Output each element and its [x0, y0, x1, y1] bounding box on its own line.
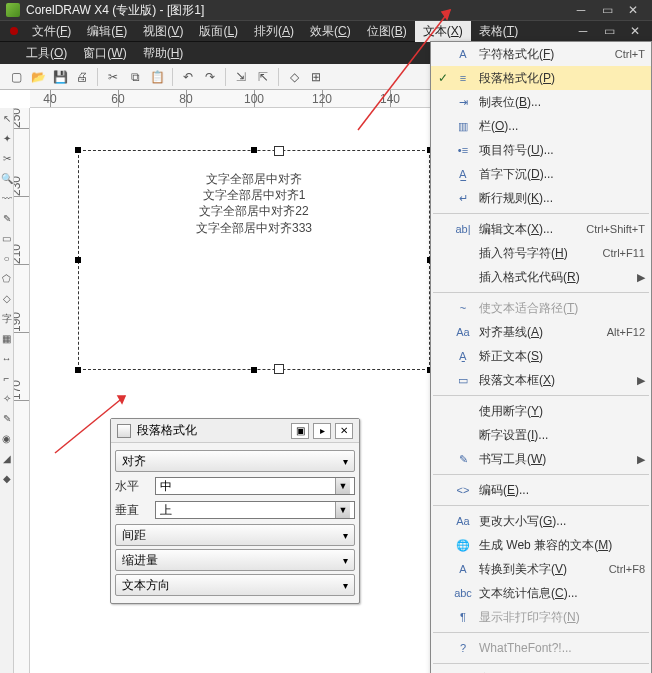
- basic-shapes-tool[interactable]: ◇: [1, 290, 13, 308]
- smart-tool[interactable]: ✎: [1, 210, 13, 228]
- menuitem-转换到美术字(V)[interactable]: A转换到美术字(V)Ctrl+F8: [431, 557, 651, 581]
- interactive-fill-tool[interactable]: ◆: [1, 470, 13, 488]
- docker-collapse[interactable]: ▣: [291, 423, 309, 439]
- maximize-button[interactable]: ▭: [594, 2, 620, 18]
- docker-menu[interactable]: ▸: [313, 423, 331, 439]
- menu2-2[interactable]: 帮助(H): [135, 43, 192, 64]
- handle-b[interactable]: [251, 367, 257, 373]
- drop-icon: A̲: [453, 166, 473, 182]
- menuitem-首字下沉(D)...[interactable]: A̲首字下沉(D)...: [431, 162, 651, 186]
- docker-titlebar[interactable]: 段落格式化 ▣ ▸ ✕: [111, 419, 359, 443]
- menuitem-更改大小写(G)...[interactable]: Aa更改大小写(G)...: [431, 509, 651, 533]
- menuitem-对齐基线(A)[interactable]: Aa对齐基线(A)Alt+F12: [431, 320, 651, 344]
- close-button[interactable]: ✕: [620, 2, 646, 18]
- app-launcher-button[interactable]: ◇: [284, 67, 304, 87]
- text-frame[interactable]: 文字全部居中对齐 文字全部居中对齐1 文字全部居中对齐22 文字全部居中对齐33…: [78, 150, 430, 370]
- menuitem-断行规则(K)...[interactable]: ↵断行规则(K)...: [431, 186, 651, 210]
- paste-button[interactable]: 📋: [147, 67, 167, 87]
- menuitem-使用断字(Y)[interactable]: 使用断字(Y): [431, 399, 651, 423]
- open-button[interactable]: 📂: [28, 67, 48, 87]
- menu-8[interactable]: 表格(T): [471, 21, 526, 42]
- menuitem-编码(E)...[interactable]: <>编码(E)...: [431, 478, 651, 502]
- section-align[interactable]: 对齐▾: [115, 450, 355, 472]
- polygon-tool[interactable]: ⬠: [1, 270, 13, 288]
- effects-tool[interactable]: ✧: [1, 390, 13, 408]
- menuitem-插入格式化代码(R)[interactable]: 插入格式化代码(R)▶: [431, 265, 651, 289]
- eyedropper-tool[interactable]: ✎: [1, 410, 13, 428]
- menu-4[interactable]: 排列(A): [246, 21, 302, 42]
- mdi-btn-0[interactable]: ─: [570, 23, 596, 39]
- rect-tool[interactable]: ▭: [1, 230, 13, 248]
- handle-tl[interactable]: [75, 147, 81, 153]
- ellipse-tool[interactable]: ○: [1, 250, 13, 268]
- outline-tool[interactable]: ◉: [1, 430, 13, 448]
- horiz-select[interactable]: 中▼: [155, 477, 355, 495]
- copy-button[interactable]: ⧉: [125, 67, 145, 87]
- freehand-tool[interactable]: 〰: [1, 190, 13, 208]
- break-icon: ↵: [453, 190, 473, 206]
- export-button[interactable]: ⇱: [253, 67, 273, 87]
- textflow-bottom[interactable]: [274, 364, 284, 374]
- menuitem-制表位(B)...[interactable]: ⇥制表位(B)...: [431, 90, 651, 114]
- menuitem-段落文本框(X)[interactable]: ▭段落文本框(X)▶: [431, 368, 651, 392]
- minimize-button[interactable]: ─: [568, 2, 594, 18]
- docker-close[interactable]: ✕: [335, 423, 353, 439]
- menuitem-项目符号(U)...[interactable]: •≡项目符号(U)...: [431, 138, 651, 162]
- menuitem-字符格式化(F)[interactable]: A字符格式化(F)Ctrl+T: [431, 42, 651, 66]
- welcome-button[interactable]: ⊞: [306, 67, 326, 87]
- section-spacing[interactable]: 间距▾: [115, 524, 355, 546]
- vert-select[interactable]: 上▼: [155, 501, 355, 519]
- enc-icon: <>: [453, 482, 473, 498]
- mdi-btn-1[interactable]: ▭: [596, 23, 622, 39]
- menu-2[interactable]: 视图(V): [135, 21, 191, 42]
- zoom-tool[interactable]: 🔍: [1, 170, 13, 188]
- connector-tool[interactable]: ⌐: [1, 370, 13, 388]
- menu-1[interactable]: 编辑(E): [79, 21, 135, 42]
- print-button[interactable]: 🖨: [72, 67, 92, 87]
- frame-icon: ▭: [453, 372, 473, 388]
- section-direction[interactable]: 文本方向▾: [115, 574, 355, 596]
- menuitem-编辑文本(X)...[interactable]: ab|编辑文本(X)...Ctrl+Shift+T: [431, 217, 651, 241]
- dimension-tool[interactable]: ↔: [1, 350, 13, 368]
- menuitem-label: 栏(O)...: [479, 118, 645, 135]
- text-tool[interactable]: 字: [1, 310, 13, 328]
- menuitem-label: 项目符号(U)...: [479, 142, 645, 159]
- section-indent[interactable]: 缩进量▾: [115, 549, 355, 571]
- menuitem-插入符号字符(H)[interactable]: 插入符号字符(H)Ctrl+F11: [431, 241, 651, 265]
- menuitem-shortcut: Ctrl+T: [615, 48, 645, 60]
- redo-button[interactable]: ↷: [200, 67, 220, 87]
- menuitem-生成 Web 兼容的文本(M)[interactable]: 🌐生成 Web 兼容的文本(M): [431, 533, 651, 557]
- crop-tool[interactable]: ✂: [1, 150, 13, 168]
- menuitem-栏(O)...[interactable]: ▥栏(O)...: [431, 114, 651, 138]
- menuitem-段落格式化(P)[interactable]: ✓≡段落格式化(P): [431, 66, 651, 90]
- menu-0[interactable]: 文件(F): [24, 21, 79, 42]
- vertical-ruler: 250230210190170: [14, 108, 30, 673]
- table-tool[interactable]: ▦: [1, 330, 13, 348]
- menuitem-label: 编辑文本(X)...: [479, 221, 586, 238]
- new-button[interactable]: ▢: [6, 67, 26, 87]
- menuitem-字体列表选项(L)[interactable]: F字体列表选项(L)▶: [431, 667, 651, 673]
- text-content[interactable]: 文字全部居中对齐 文字全部居中对齐1 文字全部居中对齐22 文字全部居中对齐33…: [79, 151, 429, 236]
- menuitem-书写工具(W)[interactable]: ✎书写工具(W)▶: [431, 447, 651, 471]
- menu-3[interactable]: 版面(L): [191, 21, 246, 42]
- menuitem-文本统计信息(C)...[interactable]: abc文本统计信息(C)...: [431, 581, 651, 605]
- menuitem-shortcut: ▶: [637, 374, 645, 387]
- menuitem-矫正文本(S)[interactable]: A̱矫正文本(S): [431, 344, 651, 368]
- menu2-0[interactable]: 工具(O): [18, 43, 75, 64]
- handle-l[interactable]: [75, 257, 81, 263]
- import-button[interactable]: ⇲: [231, 67, 251, 87]
- handle-bl[interactable]: [75, 367, 81, 373]
- menuitem-断字设置(I)...[interactable]: 断字设置(I)...: [431, 423, 651, 447]
- handle-t[interactable]: [251, 147, 257, 153]
- menuitem-label: 制表位(B)...: [479, 94, 645, 111]
- textflow-top[interactable]: [274, 146, 284, 156]
- save-button[interactable]: 💾: [50, 67, 70, 87]
- menu2-1[interactable]: 窗口(W): [75, 43, 134, 64]
- fill-tool[interactable]: ◢: [1, 450, 13, 468]
- pick-tool[interactable]: ↖: [1, 110, 13, 128]
- cut-button[interactable]: ✂: [103, 67, 123, 87]
- shape-tool[interactable]: ✦: [1, 130, 13, 148]
- undo-button[interactable]: ↶: [178, 67, 198, 87]
- menuitem-shortcut: Ctrl+F11: [603, 247, 646, 259]
- mdi-btn-2[interactable]: ✕: [622, 23, 648, 39]
